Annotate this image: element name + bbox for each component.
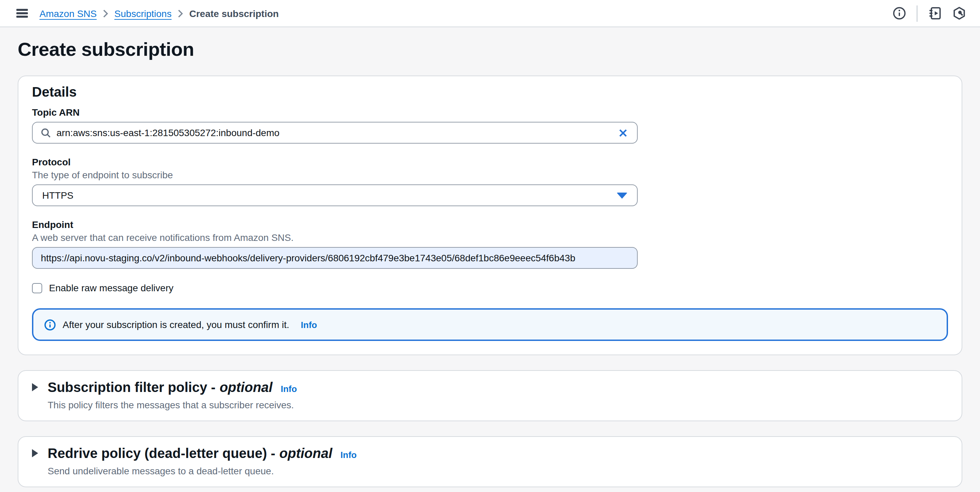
topbar-divider [917,5,917,21]
top-bar: Amazon SNS Subscriptions Create subscrip… [0,0,980,27]
caret-right-icon [32,383,38,391]
redrive-policy-header[interactable]: Redrive policy (dead-letter queue) -opti… [32,445,948,462]
redrive-policy-info-link[interactable]: Info [340,450,357,462]
endpoint-input-wrap [32,247,638,269]
redrive-policy-description: Send undeliverable messages to a dead-le… [48,465,948,477]
clear-icon[interactable] [617,127,629,139]
breadcrumb: Amazon SNS Subscriptions Create subscrip… [40,8,279,19]
hexagon-node-icon[interactable] [951,6,966,21]
chevron-right-icon [178,9,183,18]
protocol-field: Protocol The type of endpoint to subscri… [32,156,948,206]
alert-message: After your subscription is created, you … [63,319,289,330]
topic-arn-label: Topic ARN [32,106,948,118]
protocol-description: The type of endpoint to subscribe [32,169,948,181]
raw-message-delivery-row: Enable raw message delivery [32,282,948,293]
main-content: Create subscription Details Topic ARN [0,27,980,487]
raw-message-checkbox[interactable] [32,283,42,293]
endpoint-label: Endpoint [32,218,948,231]
app-root: Amazon SNS Subscriptions Create subscrip… [0,0,980,492]
endpoint-field: Endpoint A web server that can receive n… [32,218,948,269]
confirm-info-alert: After your subscription is created, you … [32,308,948,341]
breadcrumb-link-subscriptions[interactable]: Subscriptions [115,8,172,19]
protocol-selected-value: HTTPS [42,190,611,201]
filter-policy-description: This policy filters the messages that a … [48,399,948,411]
alert-info-link[interactable]: Info [301,320,317,330]
redrive-policy-title: Redrive policy (dead-letter queue) -opti… [48,445,332,462]
filter-policy-title: Subscription filter policy -optional [48,379,272,395]
breadcrumb-current: Create subscription [189,8,279,19]
raw-message-label: Enable raw message delivery [49,282,173,293]
menu-icon[interactable] [16,9,28,18]
filter-policy-header[interactable]: Subscription filter policy -optional Inf… [32,379,948,395]
protocol-select[interactable]: HTTPS [32,185,638,206]
search-icon [41,127,51,138]
triangle-down-icon [617,192,627,198]
filter-policy-info-link[interactable]: Info [281,384,297,395]
topic-arn-field: Topic ARN [32,106,948,143]
details-card: Details Topic ARN [18,76,962,355]
info-icon[interactable] [891,6,907,21]
endpoint-input[interactable] [41,252,629,263]
protocol-label: Protocol [32,156,948,168]
topbar-actions [891,5,966,21]
redrive-policy-card: Redrive policy (dead-letter queue) -opti… [18,436,962,487]
page-title: Create subscription [18,27,962,61]
topic-arn-input[interactable] [56,127,612,138]
info-circle-icon [44,319,56,330]
endpoint-description: A web server that can receive notificati… [32,231,948,244]
chevron-right-icon [103,9,108,18]
notebook-play-icon[interactable] [928,6,943,21]
details-heading: Details [32,84,948,100]
topic-arn-input-wrap [32,122,638,143]
filter-policy-card: Subscription filter policy -optional Inf… [18,370,962,421]
breadcrumb-link-amazon-sns[interactable]: Amazon SNS [40,8,97,19]
caret-right-icon [32,449,38,457]
